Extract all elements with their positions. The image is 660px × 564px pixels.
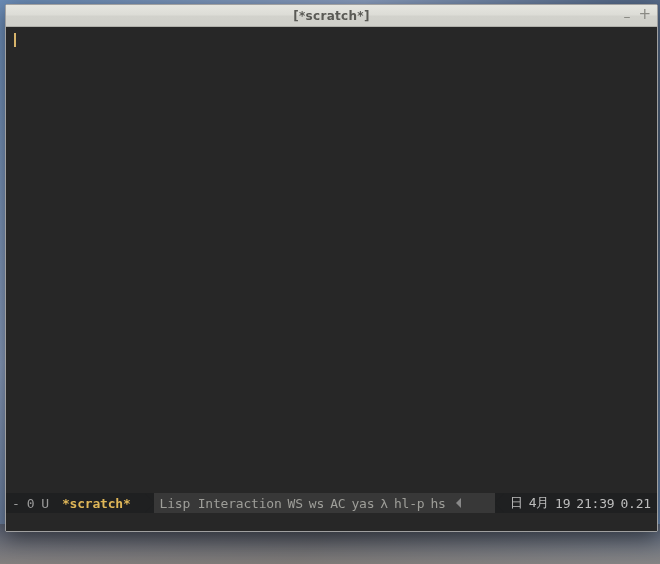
- text-cursor: [14, 33, 16, 47]
- modified-indicator: -: [12, 496, 20, 511]
- titlebar-controls: – +: [623, 5, 651, 26]
- echo-area[interactable]: [6, 513, 657, 531]
- minor-mode[interactable]: λ: [380, 496, 388, 511]
- minor-mode[interactable]: WS: [288, 496, 303, 511]
- line-number: 0: [27, 496, 35, 511]
- powerline-separator-icon: [145, 493, 154, 513]
- modeline-left-segment: - 0 U *scratch*: [6, 493, 145, 513]
- clock-day: 19: [555, 496, 570, 511]
- window-title: [*scratch*]: [293, 9, 369, 23]
- minor-mode[interactable]: ws: [309, 496, 324, 511]
- minor-mode[interactable]: hl-p: [394, 496, 425, 511]
- modeline-mode-segment: Lisp Interaction WS ws AC yas λ hl-p hs: [154, 493, 495, 513]
- clock-time: 21:39: [576, 496, 614, 511]
- powerline-thin-separator-icon: [456, 498, 461, 508]
- clock-month: 4月: [529, 494, 549, 512]
- titlebar[interactable]: [*scratch*] – +: [6, 5, 657, 27]
- modeline-right-segment: 日 4月 19 21:39 0.21: [504, 493, 657, 513]
- maximize-button[interactable]: +: [638, 7, 651, 22]
- minimize-button[interactable]: –: [623, 9, 630, 23]
- emacs-window: [*scratch*] – + - 0 U *scratch* Lisp Int…: [5, 4, 658, 532]
- editor-area[interactable]: [6, 27, 657, 493]
- minor-mode[interactable]: yas: [351, 496, 374, 511]
- buffer-name[interactable]: *scratch*: [56, 496, 137, 511]
- mode-line[interactable]: - 0 U *scratch* Lisp Interaction WS ws A…: [6, 493, 657, 513]
- clock-weekday: 日: [510, 494, 523, 512]
- minor-mode[interactable]: AC: [330, 496, 345, 511]
- system-load: 0.21: [620, 496, 651, 511]
- minor-mode[interactable]: hs: [430, 496, 445, 511]
- major-mode[interactable]: Lisp Interaction: [160, 496, 282, 511]
- encoding-indicator: U: [41, 496, 49, 511]
- modeline-right-wrap: 日 4月 19 21:39 0.21: [495, 493, 657, 513]
- powerline-separator-icon: [495, 493, 504, 513]
